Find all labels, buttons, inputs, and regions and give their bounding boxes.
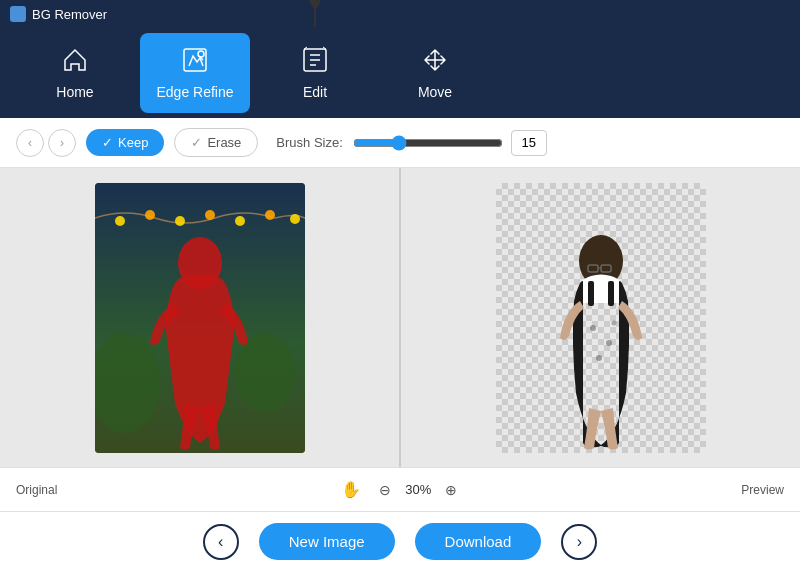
original-label: Original bbox=[16, 483, 57, 497]
brush-size-label: Brush Size: bbox=[276, 135, 342, 150]
preview-panel bbox=[401, 168, 800, 467]
edit-arrow-annotation bbox=[307, 0, 323, 133]
app-icon bbox=[10, 6, 26, 22]
svg-rect-18 bbox=[588, 281, 594, 306]
next-icon: › bbox=[577, 533, 582, 551]
zoom-percentage: 30% bbox=[405, 482, 431, 497]
status-bar: Original ✋ ⊖ 30% ⊕ Preview bbox=[0, 467, 800, 511]
back-button[interactable]: ‹ bbox=[16, 129, 44, 157]
home-icon bbox=[61, 46, 89, 78]
svg-point-22 bbox=[596, 355, 602, 361]
nav-item-edge-refine[interactable]: Edge Refine bbox=[140, 33, 250, 113]
move-icon bbox=[421, 46, 449, 78]
nav-item-home[interactable]: Home bbox=[20, 33, 130, 113]
person-shape-preview bbox=[496, 183, 706, 453]
svg-rect-0 bbox=[13, 9, 23, 19]
nav-edge-refine-label: Edge Refine bbox=[156, 84, 233, 100]
new-image-button[interactable]: New Image bbox=[259, 523, 395, 560]
nav-bar: Home Edge Refine Edit bbox=[0, 28, 800, 118]
preview-label: Preview bbox=[741, 483, 784, 497]
svg-point-23 bbox=[611, 320, 616, 325]
keep-checkmark: ✓ bbox=[102, 135, 113, 150]
prev-button[interactable]: ‹ bbox=[203, 524, 239, 560]
brush-size-slider[interactable] bbox=[353, 135, 503, 151]
keep-button[interactable]: ✓ Keep bbox=[86, 129, 164, 156]
zoom-controls: ✋ ⊖ 30% ⊕ bbox=[337, 478, 461, 501]
main-content bbox=[0, 168, 800, 467]
erase-button[interactable]: ✓ Erase bbox=[174, 128, 258, 157]
person-shape-original bbox=[95, 183, 305, 453]
toolbar-nav-buttons: ‹ › bbox=[16, 129, 76, 157]
download-button[interactable]: Download bbox=[415, 523, 542, 560]
nav-home-label: Home bbox=[56, 84, 93, 100]
svg-rect-19 bbox=[608, 281, 614, 306]
zoom-out-button[interactable]: ⊖ bbox=[375, 480, 395, 500]
original-panel bbox=[0, 168, 399, 467]
prev-icon: ‹ bbox=[218, 533, 223, 551]
original-image bbox=[95, 183, 305, 453]
svg-point-11 bbox=[95, 333, 160, 433]
bottom-bar: ‹ New Image Download › bbox=[0, 511, 800, 571]
svg-point-21 bbox=[606, 340, 612, 346]
title-bar: BG Remover bbox=[0, 0, 800, 28]
nav-item-edit[interactable]: Edit bbox=[260, 33, 370, 113]
edge-refine-icon bbox=[181, 46, 209, 78]
app-title: BG Remover bbox=[32, 7, 107, 22]
erase-checkmark: ✓ bbox=[191, 135, 202, 150]
zoom-in-button[interactable]: ⊕ bbox=[441, 480, 461, 500]
svg-point-2 bbox=[198, 51, 204, 57]
pan-tool-button[interactable]: ✋ bbox=[337, 478, 365, 501]
preview-image bbox=[496, 183, 706, 453]
svg-point-20 bbox=[590, 325, 596, 331]
brush-size-slider-container: 15 bbox=[353, 130, 547, 156]
toolbar: ‹ › ✓ Keep ✓ Erase Brush Size: 15 bbox=[0, 118, 800, 168]
next-button[interactable]: › bbox=[561, 524, 597, 560]
brush-size-value: 15 bbox=[511, 130, 547, 156]
nav-item-move[interactable]: Move bbox=[380, 33, 490, 113]
forward-button[interactable]: › bbox=[48, 129, 76, 157]
nav-move-label: Move bbox=[418, 84, 452, 100]
